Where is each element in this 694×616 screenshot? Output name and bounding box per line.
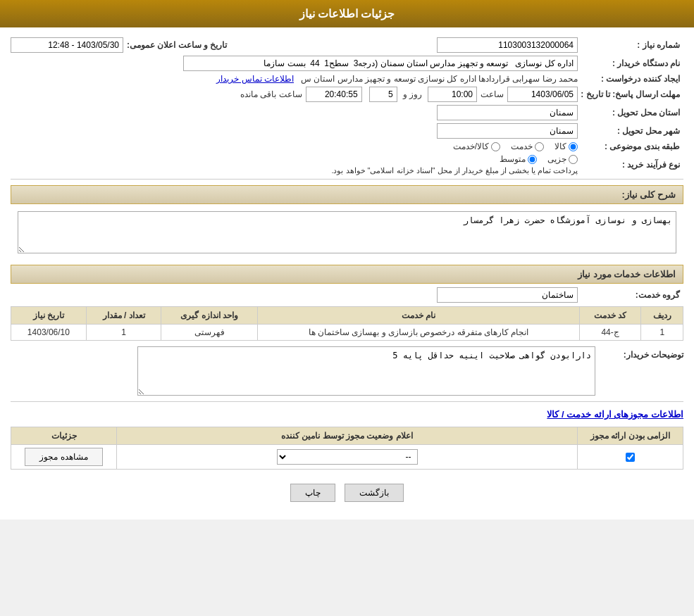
category-both-label: کالا/خدمت <box>453 142 489 151</box>
buyer-contact-link[interactable]: اطلاعات تماس خریدار <box>216 74 294 84</box>
category-khedmat-radio[interactable] <box>535 142 544 151</box>
time-label: ساعت <box>481 89 504 99</box>
col-service-code: کد خدمت <box>579 307 641 325</box>
cell-service-code: ج-44 <box>579 325 641 341</box>
perm-table-row: -- مشاهده مجوز <box>11 445 683 470</box>
request-number-label: شماره نیاز : <box>578 40 683 50</box>
process-motevaset-label: متوسط <box>500 154 526 164</box>
perm-mandatory-cell <box>578 445 683 470</box>
perm-mandatory-checkbox-wrapper <box>583 453 677 462</box>
remaining-label: ساعت باقی مانده <box>240 89 302 99</box>
process-motevaset-item[interactable]: متوسط <box>500 154 537 164</box>
col-unit: واحد اندازه گیری <box>161 307 258 325</box>
category-khedmat-label: خدمت <box>511 142 533 151</box>
cell-row-num: 1 <box>641 325 683 341</box>
deadline-row: مهلت ارسال پاسخ: تا تاریخ : ساعت روز و س… <box>11 87 683 102</box>
service-group-row: گروه خدمت: <box>11 287 683 303</box>
province-label: استان محل تحویل : <box>578 108 683 118</box>
province-row: استان محل تحویل : <box>11 105 683 120</box>
col-quantity: تعداد / مقدار <box>86 307 161 325</box>
process-jazyi-item[interactable]: جزیی <box>547 154 578 164</box>
services-table: ردیف کد خدمت نام خدمت واحد اندازه گیری ت… <box>11 306 683 341</box>
perm-status-cell: -- <box>117 445 578 470</box>
deadline-day-input[interactable] <box>369 87 397 102</box>
deadline-date-input[interactable] <box>507 87 578 102</box>
cell-service-name: انجام کارهای متفرقه درخصوص بازسازی و بهس… <box>258 325 580 341</box>
category-kala-item[interactable]: کالا <box>554 142 578 151</box>
print-button[interactable]: چاپ <box>290 484 335 502</box>
creator-row: ایجاد کننده درخواست : محمد رضا سهرابی قر… <box>11 74 683 84</box>
buyer-desc-section: توضیحات خریدار: دارابودن گواهی صلاحیت ای… <box>11 346 683 396</box>
request-number-input[interactable] <box>437 37 578 53</box>
announce-date-input[interactable] <box>11 37 123 53</box>
process-note: پرداخت تمام یا بخشی از مبلغ خریدار از مح… <box>331 166 578 175</box>
perm-status-select[interactable]: -- <box>277 449 418 465</box>
process-radio-group: جزیی متوسط پرداخت تمام یا بخشی از مبلغ خ… <box>331 154 578 175</box>
city-label: شهر محل تحویل : <box>578 126 683 136</box>
main-content: شماره نیاز : تاریخ و ساعت اعلان عمومی: ن… <box>0 27 694 520</box>
permissions-section-link[interactable]: اطلاعات مجوزهای ارائه خدمت / کالا <box>547 409 683 420</box>
category-khedmat-item[interactable]: خدمت <box>511 142 544 151</box>
cell-date: 1403/06/10 <box>11 325 87 341</box>
deadline-label: مهلت ارسال پاسخ: تا تاریخ : <box>578 89 683 99</box>
category-row: طبقه بندی موضوعی : کالا خدمت کالا/خدمت <box>11 142 683 151</box>
category-kala-label: کالا <box>554 142 566 151</box>
view-permission-button[interactable]: مشاهده مجوز <box>25 448 102 466</box>
buyer-desc-wrapper: دارابودن گواهی صلاحیت اینیه حداقل پایه 5 <box>11 346 595 396</box>
buyer-desc-label: توضیحات خریدار: <box>599 346 683 360</box>
col-row-num: ردیف <box>641 307 683 325</box>
divider-2 <box>11 401 683 402</box>
back-button[interactable]: بازگشت <box>345 484 404 502</box>
page-title: جزئیات اطلاعات نیاز <box>0 0 694 27</box>
category-label: طبقه بندی موضوعی : <box>578 142 683 151</box>
table-row: 1 ج-44 انجام کارهای متفرقه درخصوص بازساز… <box>11 325 683 341</box>
description-wrapper: بهسازی و نوسازی آموزشگاه حضرت زهرا گرمسا… <box>11 208 683 259</box>
category-kala-radio[interactable] <box>569 142 578 151</box>
perm-col-details: جزئیات <box>11 427 117 445</box>
perm-details-cell: مشاهده مجوز <box>11 445 117 470</box>
day-label: روز و <box>403 89 422 99</box>
province-input[interactable] <box>437 105 578 120</box>
request-number-row: شماره نیاز : تاریخ و ساعت اعلان عمومی: <box>11 37 683 53</box>
description-textarea[interactable]: بهسازی و نوسازی آموزشگاه حضرت زهرا گرمسا… <box>18 211 676 253</box>
description-section-header: شرح کلی نیاز: <box>11 185 683 204</box>
permissions-section-title-row: اطلاعات مجوزهای ارائه خدمت / کالا <box>11 406 683 423</box>
service-group-input[interactable] <box>437 287 578 303</box>
process-jazyi-radio[interactable] <box>569 155 578 164</box>
buyer-label: نام دستگاه خریدار : <box>578 58 683 68</box>
deadline-clock-input[interactable] <box>306 87 362 102</box>
footer-buttons: بازگشت چاپ <box>11 473 683 513</box>
process-label: نوع فرآیند خرید : <box>578 160 683 170</box>
perm-col-mandatory: الزامی بودن ارائه مجوز <box>578 427 683 445</box>
col-service-name: نام خدمت <box>258 307 580 325</box>
category-both-item[interactable]: کالا/خدمت <box>453 142 500 151</box>
col-date: تاریخ نیاز <box>11 307 87 325</box>
process-jazyi-label: جزیی <box>547 154 566 164</box>
description-section-title: شرح کلی نیاز: <box>621 189 676 200</box>
process-motevaset-radio[interactable] <box>528 155 537 164</box>
process-row: نوع فرآیند خرید : جزیی متوسط پرداخت تمام… <box>11 154 683 175</box>
permissions-table: الزامی بودن ارائه مجوز اعلام وضعیت مجوز … <box>11 427 683 470</box>
deadline-time-input[interactable] <box>428 87 477 102</box>
divider-1 <box>11 179 683 180</box>
page-container: جزئیات اطلاعات نیاز شماره نیاز : تاریخ و… <box>0 0 694 520</box>
cell-quantity: 1 <box>86 325 161 341</box>
announce-date-label: تاریخ و ساعت اعلان عمومی: <box>127 40 227 50</box>
service-group-label: گروه خدمت: <box>578 290 683 300</box>
creator-value: محمد رضا سهرابی قراردادها اداره کل نوساز… <box>301 74 578 84</box>
perm-mandatory-checkbox[interactable] <box>626 453 635 462</box>
services-section-title: اطلاعات خدمات مورد نیاز <box>578 269 676 279</box>
buyer-row: نام دستگاه خریدار : <box>11 56 683 71</box>
creator-label: ایجاد کننده درخواست : <box>578 74 683 84</box>
services-section-header: اطلاعات خدمات مورد نیاز <box>11 265 683 284</box>
buyer-input[interactable] <box>183 56 578 71</box>
cell-unit: فهرستی <box>161 325 258 341</box>
perm-col-status: اعلام وضعیت مجوز توسط نامین کننده <box>117 427 578 445</box>
buyer-desc-textarea[interactable]: دارابودن گواهی صلاحیت اینیه حداقل پایه 5 <box>137 346 595 396</box>
city-row: شهر محل تحویل : <box>11 123 683 139</box>
category-both-radio[interactable] <box>491 142 500 151</box>
city-input[interactable] <box>437 123 578 139</box>
category-radio-group: کالا خدمت کالا/خدمت <box>453 142 578 151</box>
